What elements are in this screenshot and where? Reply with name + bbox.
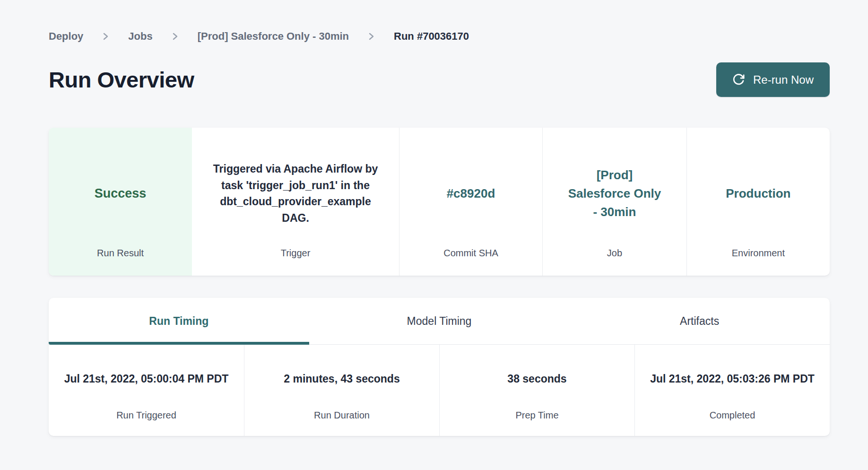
run-triggered-label: Run Triggered [116,410,176,421]
run-timing-cards: Jul 21st, 2022, 05:00:04 PM PDT Run Trig… [49,345,830,436]
trigger-label: Trigger [281,248,311,259]
tab-run-timing[interactable]: Run Timing [49,298,309,344]
run-duration-card: 2 minutes, 43 seconds Run Duration [244,345,439,436]
rerun-button-label: Re-run Now [753,73,814,87]
page-header: Run Overview Re-run Now [49,62,830,97]
run-triggered-value: Jul 21st, 2022, 05:00:04 PM PDT [64,371,229,387]
completed-label: Completed [710,410,755,421]
prep-time-card: 38 seconds Prep Time [439,345,634,436]
breadcrumb-item-deploy[interactable]: Deploy [49,30,83,43]
run-overview-page: Deploy Jobs [Prod] Salesforce Only - 30m… [49,0,830,436]
breadcrumb-item-jobs[interactable]: Jobs [128,30,152,43]
tab-artifacts[interactable]: Artifacts [569,298,830,344]
breadcrumb-item-run-number: Run #70036170 [394,30,469,43]
environment-label: Environment [732,248,785,259]
run-result-value: Success [95,184,147,203]
run-duration-label: Run Duration [314,410,370,421]
run-result-label: Run Result [97,248,144,259]
commit-sha-link[interactable]: #c8920d [447,184,495,203]
breadcrumb-item-job-name[interactable]: [Prod] Salesforce Only - 30min [198,30,349,43]
completed-value: Jul 21st, 2022, 05:03:26 PM PDT [650,371,815,387]
run-details-panel: Run Timing Model Timing Artifacts Jul 21… [49,298,830,436]
trigger-card: Triggered via Apache Airflow by task 'tr… [192,128,399,276]
tab-model-timing[interactable]: Model Timing [309,298,570,344]
job-label: Job [607,248,622,259]
prep-time-label: Prep Time [515,410,558,421]
rerun-now-button[interactable]: Re-run Now [716,62,830,97]
job-card: [Prod] Salesforce Only - 30min Job [542,128,686,276]
environment-card: Production Environment [686,128,830,276]
commit-sha-label: Commit SHA [443,248,498,259]
environment-link[interactable]: Production [726,184,790,203]
trigger-value: Triggered via Apache Airflow by task 'tr… [210,161,381,226]
tab-bar: Run Timing Model Timing Artifacts [49,298,830,345]
run-summary-cards: Success Run Result Triggered via Apache … [49,128,830,276]
page-title: Run Overview [49,67,194,93]
chevron-right-icon [172,31,179,42]
run-triggered-card: Jul 21st, 2022, 05:00:04 PM PDT Run Trig… [49,345,244,436]
run-duration-value: 2 minutes, 43 seconds [284,371,399,387]
job-link[interactable]: [Prod] Salesforce Only - 30min [564,166,665,221]
prep-time-value: 38 seconds [507,371,566,387]
chevron-right-icon [102,31,109,42]
run-result-card: Success Run Result [49,128,192,276]
refresh-cw-icon [732,73,745,86]
completed-card: Jul 21st, 2022, 05:03:26 PM PDT Complete… [634,345,830,436]
commit-sha-card: #c8920d Commit SHA [399,128,542,276]
chevron-right-icon [368,31,375,42]
breadcrumb: Deploy Jobs [Prod] Salesforce Only - 30m… [49,0,830,43]
